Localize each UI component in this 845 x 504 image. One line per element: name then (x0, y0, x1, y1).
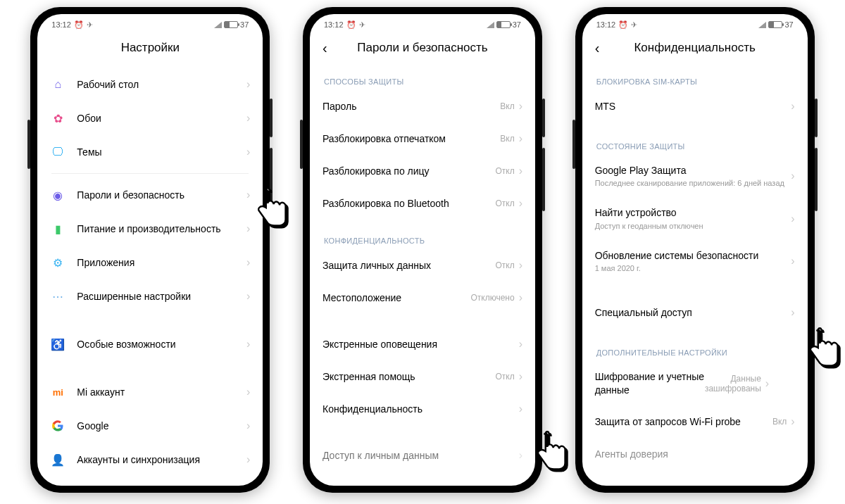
screen: 13:12 ⏰ ✈ 37 Настройки ⌂ Рабочий стол › … (37, 14, 263, 486)
chevron-right-icon: › (519, 403, 522, 415)
status-time: 13:12 (596, 20, 616, 29)
chevron-right-icon: › (791, 170, 794, 182)
themes-icon: 🖵 (50, 144, 65, 160)
signal-icon (214, 22, 222, 28)
row-fingerprint-unlock[interactable]: Разблокировка отпечатком Вкл › (310, 122, 535, 155)
chevron-right-icon: › (246, 113, 250, 124)
row-battery[interactable]: ▮ Питание и производительность › (37, 212, 263, 246)
send-icon: ✈ (631, 20, 637, 30)
status-bar: 13:12 ⏰ ✈ 37 (37, 14, 263, 32)
alarm-icon: ⏰ (618, 20, 628, 30)
row-mi-account[interactable]: mi Mi аккаунт › (37, 375, 263, 409)
row-emergency-alerts[interactable]: Экстренные оповещения › (310, 328, 535, 360)
row-home[interactable]: ⌂ Рабочий стол › (37, 68, 263, 101)
row-wallpaper[interactable]: ✿ Обои › (37, 101, 263, 135)
row-label: Доступ к личным данным (323, 449, 519, 462)
row-advanced[interactable]: ⋯ Расширенные настройки › (37, 279, 263, 313)
row-privacy-protection[interactable]: Защита личных данных Откл › (310, 249, 535, 282)
row-accounts-sync[interactable]: 👤 Аккаунты и синхронизация › (37, 443, 263, 477)
row-confidentiality[interactable]: Конфиденциальность › (310, 393, 535, 425)
alarm-icon: ⏰ (74, 20, 84, 30)
chevron-right-icon: › (246, 257, 250, 268)
battery-percent: 37 (784, 20, 793, 29)
row-value: Откл (495, 199, 514, 208)
row-value: Откл (495, 372, 514, 382)
cursor-pointer-icon (532, 431, 569, 472)
signal-icon (758, 22, 766, 28)
row-label: Экстренные оповещения (323, 338, 519, 351)
row-apps[interactable]: ⚙ Приложения › (37, 246, 263, 279)
security-list[interactable]: СПОСОБЫ ЗАЩИТЫ Пароль Вкл › Разблокировк… (310, 68, 535, 486)
chevron-right-icon: › (519, 260, 522, 271)
row-bluetooth-unlock[interactable]: Разблокировка по Bluetooth Откл › (310, 187, 535, 220)
header: ‹ Пароли и безопасность (310, 32, 535, 68)
screen: 13:12 ⏰ ✈ 37 ‹ Пароли и безопасность СПО… (310, 14, 535, 486)
row-label: Обои (77, 112, 246, 125)
chevron-right-icon: › (791, 101, 794, 112)
status-bar: 13:12 ⏰ ✈ 37 (582, 14, 808, 32)
send-icon: ✈ (359, 20, 365, 30)
chevron-right-icon: › (519, 450, 522, 461)
back-button[interactable]: ‹ (323, 41, 327, 55)
row-label: Конфиденциальность (323, 403, 519, 415)
chevron-right-icon: › (791, 307, 794, 318)
row-emergency-sos[interactable]: Экстренная помощь Откл › (310, 360, 535, 393)
battery-icon (224, 21, 238, 28)
row-google[interactable]: Google › (37, 409, 263, 443)
chevron-right-icon: › (791, 416, 794, 427)
row-accessibility[interactable]: ♿ Особые возможности › (37, 327, 263, 361)
row-personal-data-access[interactable]: Доступ к личным данным › (310, 439, 535, 472)
chevron-right-icon: › (246, 386, 250, 398)
person-icon: 👤 (50, 452, 65, 467)
divider (51, 173, 249, 174)
row-label: Агенты доверия (595, 448, 795, 460)
row-label: Расширенные настройки (77, 290, 246, 303)
chevron-right-icon: › (246, 454, 250, 465)
row-encryption-credentials[interactable]: Шифрование и учетные данные Данные зашиф… (582, 361, 808, 405)
row-passwords-security[interactable]: ◉ Пароли и безопасность › (37, 178, 263, 212)
row-sub: 1 мая 2020 г. (595, 263, 791, 273)
row-label: Разблокировка отпечатком (323, 132, 500, 145)
row-label: Mi аккаунт (77, 386, 246, 398)
phone-confidentiality: 13:12 ⏰ ✈ 37 ‹ Конфиденциальность БЛОКИР… (575, 7, 815, 493)
phone-passwords-security: 13:12 ⏰ ✈ 37 ‹ Пароли и безопасность СПО… (303, 7, 542, 493)
row-label: Разблокировка по Bluetooth (323, 197, 495, 210)
chevron-right-icon: › (519, 133, 522, 144)
page-title: Настройки (37, 41, 263, 55)
row-label: Местоположение (323, 291, 470, 304)
back-button[interactable]: ‹ (595, 41, 600, 55)
row-sub: Последнее сканирование приложений: 6 дне… (595, 178, 791, 188)
fingerprint-icon: ◉ (50, 187, 65, 203)
google-icon (50, 418, 65, 434)
row-sim-mts[interactable]: MTS › (582, 90, 808, 122)
row-password[interactable]: Пароль Вкл › (310, 90, 535, 122)
row-face-unlock[interactable]: Разблокировка по лицу Откл › (310, 155, 535, 187)
row-play-protect[interactable]: Google Play Защита Последнее сканировани… (582, 155, 808, 197)
chevron-right-icon: › (791, 256, 794, 267)
section-header: КОНФИДЕНЦИАЛЬНОСТЬ (310, 227, 535, 249)
chevron-right-icon: › (519, 339, 522, 350)
row-value: Вкл (772, 417, 787, 427)
row-location[interactable]: Местоположение Отключено › (310, 282, 535, 314)
row-trust-agents[interactable]: Агенты доверия (582, 438, 808, 470)
row-security-update[interactable]: Обновление системы безопасности 1 мая 20… (582, 240, 808, 282)
row-label: Приложения (77, 256, 246, 269)
row-themes[interactable]: 🖵 Темы › (37, 135, 263, 169)
chevron-right-icon: › (246, 420, 250, 431)
row-special-access[interactable]: Специальный доступ › (582, 296, 808, 329)
signal-icon (487, 22, 494, 28)
status-time: 13:12 (51, 20, 71, 29)
row-label: Защита личных данных (323, 259, 495, 272)
chevron-right-icon: › (519, 292, 522, 303)
row-wifi-probe[interactable]: Защита от запросов Wi-Fi probe Вкл › (582, 405, 808, 438)
row-label: Питание и производительность (77, 222, 246, 235)
settings-list[interactable]: ⌂ Рабочий стол › ✿ Обои › 🖵 Темы › ◉ Пар… (37, 68, 263, 486)
section-header: ДОПОЛНИТЕЛЬНЫЕ НАСТРОЙКИ (582, 339, 808, 361)
alarm-icon: ⏰ (346, 20, 356, 30)
home-icon: ⌂ (50, 77, 65, 92)
mi-icon: mi (50, 384, 65, 400)
privacy-list[interactable]: БЛОКИРОВКА SIM-КАРТЫ MTS › СОСТОЯНИЕ ЗАЩ… (582, 68, 808, 486)
row-find-device[interactable]: Найти устройство Доступ к геоданным откл… (582, 197, 808, 239)
chevron-right-icon: › (246, 146, 250, 158)
section-header: БЛОКИРОВКА SIM-КАРТЫ (582, 68, 808, 90)
